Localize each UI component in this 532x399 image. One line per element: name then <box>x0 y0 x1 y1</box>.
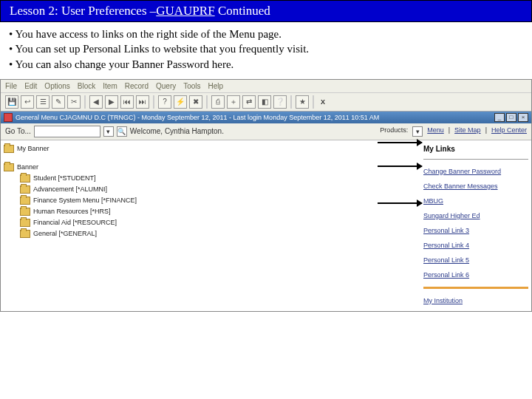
tree-item-advancement[interactable]: Advancement [*ALUMNI] <box>4 184 417 195</box>
link-personal-5[interactable]: Personal Link 5 <box>423 253 528 267</box>
callout-arrow-icon <box>378 166 422 167</box>
select-icon[interactable]: ☰ <box>36 95 50 109</box>
lesson-title: Lesson 2: User Preferences –GUAUPRF Cont… <box>0 0 532 22</box>
cancel-query-icon[interactable]: ✖ <box>189 95 202 109</box>
delete-icon[interactable]: ✂ <box>67 95 81 109</box>
folder-icon <box>20 174 30 183</box>
content-area: My Banner Banner Student [*STUDENT] Adva… <box>1 140 531 311</box>
chevron-down-icon[interactable]: ▾ <box>103 126 114 137</box>
bullet-list: • You have access to links on the right … <box>0 22 532 78</box>
link-mbug[interactable]: MBUG <box>423 194 528 208</box>
menu-link[interactable]: Menu <box>427 126 444 137</box>
save-icon[interactable]: 💾 <box>5 95 18 109</box>
link-my-institution[interactable]: My Institution <box>423 293 528 308</box>
fine-grain-icon[interactable]: ◧ <box>258 95 271 109</box>
xtender-icon[interactable]: ＋ <box>227 95 240 109</box>
exit-icon[interactable]: X <box>318 97 328 107</box>
help-icon[interactable]: ❔ <box>273 95 287 109</box>
print-icon[interactable]: ⎙ <box>211 95 225 109</box>
menu-file[interactable]: File <box>5 82 17 90</box>
menu-block[interactable]: Block <box>78 82 95 90</box>
enter-query-icon[interactable]: ? <box>158 95 171 109</box>
folder-icon <box>20 197 30 205</box>
bullet-item: • You can also change your Banner Passwo… <box>9 57 523 72</box>
menubar: File Edit Options Block Item Record Quer… <box>1 80 531 93</box>
prev-record-icon[interactable]: ◀ <box>89 95 103 109</box>
products-dropdown-icon[interactable]: ▾ <box>412 126 423 137</box>
window-title-text: General Menu CJAGMNU D.C (TRNGC) - Monda… <box>16 114 379 121</box>
execute-query-icon[interactable]: ⚡ <box>174 95 187 109</box>
nav-tree: My Banner Banner Student [*STUDENT] Adva… <box>1 140 420 311</box>
menu-query[interactable]: Query <box>156 82 176 90</box>
bookmark-icon[interactable]: ★ <box>296 95 309 109</box>
link-personal-4[interactable]: Personal Link 4 <box>423 238 528 253</box>
maximize-icon[interactable]: □ <box>506 113 516 122</box>
bullet-item: • You have access to links on the right … <box>9 27 523 41</box>
tree-root-my-banner[interactable]: My Banner <box>4 143 417 154</box>
next-block-icon[interactable]: ⏭ <box>136 95 149 109</box>
prev-block-icon[interactable]: ⏮ <box>120 95 134 109</box>
help-center-link[interactable]: Help Center <box>491 126 527 137</box>
folder-icon <box>20 230 30 238</box>
menu-edit[interactable]: Edit <box>24 82 37 90</box>
menu-help[interactable]: Help <box>208 82 224 90</box>
rollback-icon[interactable]: ↩ <box>21 95 34 109</box>
title-code: GUAUPRF <box>156 4 214 18</box>
app-window: File Edit Options Block Item Record Quer… <box>0 79 532 312</box>
close-icon[interactable]: × <box>518 113 528 122</box>
minimize-icon[interactable]: _ <box>494 113 505 122</box>
toolbar: 💾 ↩ ☰ ✎ ✂ ◀ ▶ ⏮ ⏭ ? ⚡ ✖ ⎙ ＋ ⇄ ◧ ❔ ★ X <box>1 93 531 112</box>
folder-icon <box>4 145 14 153</box>
my-links-header: My Links <box>423 143 528 157</box>
link-check-messages[interactable]: Check Banner Messages <box>423 179 528 194</box>
my-links-panel: My Links Change Banner Password Check Ba… <box>420 140 531 311</box>
tree-item-hr[interactable]: Human Resources [*HRS] <box>4 206 417 217</box>
folder-icon <box>20 208 30 216</box>
callout-arrow-icon <box>378 142 422 143</box>
link-sungard[interactable]: Sungard Higher Ed <box>423 208 528 223</box>
goto-bar: Go To... ▾ 🔍 Welcome, Cynthia Hampton. P… <box>1 123 531 140</box>
link-personal-3[interactable]: Personal Link 3 <box>423 223 528 238</box>
workflow-icon[interactable]: ⇄ <box>242 95 256 109</box>
app-icon <box>4 113 13 122</box>
title-prefix: Lesson 2: User Preferences – <box>10 4 156 18</box>
toolbar-separator <box>206 95 208 109</box>
menu-record[interactable]: Record <box>125 82 149 90</box>
folder-icon <box>4 163 14 171</box>
welcome-text: Welcome, Cynthia Hampton. <box>130 127 224 135</box>
link-change-password[interactable]: Change Banner Password <box>423 164 528 179</box>
toolbar-separator <box>290 95 292 109</box>
insert-icon[interactable]: ✎ <box>52 95 65 109</box>
goto-label: Go To... <box>5 127 31 135</box>
menu-item[interactable]: Item <box>103 82 117 90</box>
tree-root-banner[interactable]: Banner <box>4 162 417 173</box>
toolbar-separator <box>313 95 314 109</box>
tree-item-general[interactable]: General [*GENERAL] <box>4 228 417 239</box>
accent-bar <box>423 287 528 289</box>
title-suffix: Continued <box>215 4 270 18</box>
tree-item-finaid[interactable]: Financial Aid [*RESOURCE] <box>4 217 417 228</box>
search-icon[interactable]: 🔍 <box>117 126 127 137</box>
toolbar-separator <box>84 95 86 109</box>
divider <box>423 159 528 160</box>
menu-tools[interactable]: Tools <box>183 82 200 90</box>
link-personal-6[interactable]: Personal Link 6 <box>423 267 528 282</box>
menu-options[interactable]: Options <box>44 82 69 90</box>
products-label: Products: <box>380 126 408 137</box>
next-record-icon[interactable]: ▶ <box>105 95 118 109</box>
toolbar-separator <box>153 95 154 109</box>
window-titlebar: General Menu CJAGMNU D.C (TRNGC) - Monda… <box>1 112 531 123</box>
site-map-link[interactable]: Site Map <box>454 126 481 137</box>
tree-item-student[interactable]: Student [*STUDENT] <box>4 173 417 184</box>
folder-icon <box>20 185 30 194</box>
goto-input[interactable] <box>34 126 100 137</box>
tree-item-finance[interactable]: Finance System Menu [*FINANCE] <box>4 195 417 206</box>
callout-arrow-icon <box>378 202 422 204</box>
bullet-item: • You can set up Personal Links to websi… <box>9 41 523 56</box>
folder-icon <box>20 219 30 227</box>
